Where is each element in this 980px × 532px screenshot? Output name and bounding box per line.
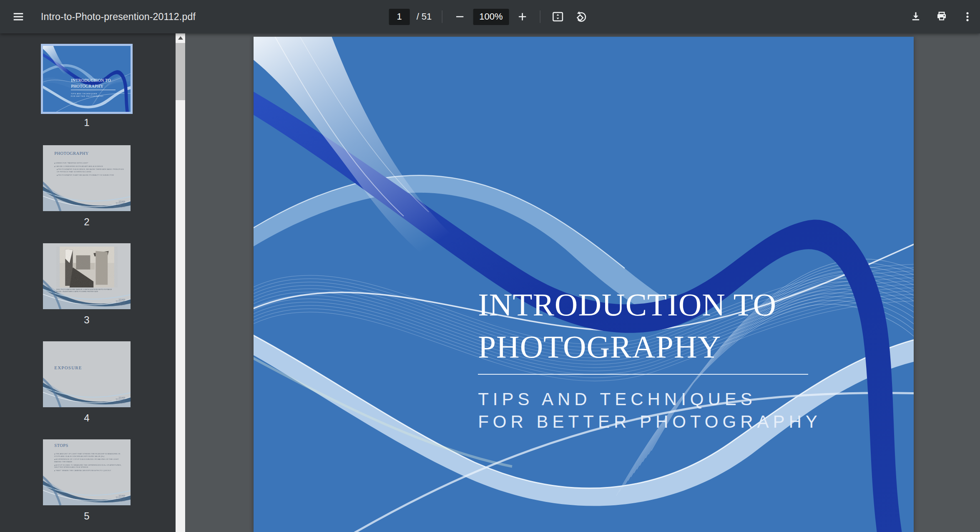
thumb5-corner-note: TIPS ANDTECHNIQUES FOR BETTERPHOTOGRAPHY [114, 494, 125, 502]
rotate-button[interactable] [571, 7, 591, 27]
menu-icon [12, 10, 25, 23]
zoom-in-icon [517, 11, 528, 22]
toolbar: Intro-to-Photo-presention-20112.pdf / 51 [0, 0, 980, 33]
zoom-out-icon [454, 11, 465, 22]
toolbar-center: / 51 [389, 7, 591, 27]
thumbnail-page-1[interactable]: INTRODUCTION TO PHOTOGRAPHY TIPS AND TEC… [41, 44, 133, 114]
document-viewport: INTRODUCTION TO PHOTOGRAPHY TIPS AND TEC… [185, 33, 980, 532]
scrollbar-up-arrow-icon [178, 36, 183, 40]
thumb2-corner-note: TIPS ANDTECHNIQUES FOR BETTERPHOTOGRAPHY [114, 200, 125, 208]
more-options-icon [962, 11, 973, 23]
rotate-counterclockwise-icon [575, 10, 587, 23]
thumbnail-page-4[interactable]: EXPOSURE TIPS ANDTECHNIQUES FOR BETTERPH… [43, 341, 131, 407]
menu-button[interactable] [8, 7, 28, 27]
thumbnail-label-1: 1 [43, 117, 131, 129]
more-options-button[interactable] [957, 7, 977, 27]
toolbar-left: Intro-to-Photo-presention-20112.pdf [0, 7, 196, 27]
sidebar-scrollbar-track[interactable] [176, 33, 185, 532]
thumbnail-page-2[interactable]: PHOTOGRAPHY GREEK FOR "PAINTING WITH LIG… [43, 145, 131, 211]
thumb1-title: INTRODUCTION TO PHOTOGRAPHY [71, 78, 111, 89]
content-area: INTRODUCTION TO PHOTOGRAPHY TIPS AND TEC… [0, 33, 980, 532]
slide-divider-line [478, 374, 808, 375]
thumb1-divider-line [71, 90, 116, 90]
fit-page-button[interactable] [548, 7, 568, 27]
zoom-level-input[interactable] [473, 9, 509, 25]
thumbnail-page-5[interactable]: STOPS THE AMOUNT OF LIGHT THAT STRIKES T… [43, 439, 131, 505]
thumbnail-label-4: 4 [43, 412, 131, 424]
download-icon [910, 10, 922, 23]
thumb3-caption: FIRST PHOTOGRAPH EVER TAKEN BY JOSEPH NI… [56, 289, 131, 292]
toolbar-right [906, 7, 977, 27]
thumbnail-page-3[interactable]: FIRST PHOTOGRAPH EVER TAKEN BY JOSEPH NI… [43, 243, 131, 309]
toolbar-divider [540, 10, 540, 23]
thumb2-bullets: GREEK FOR "PAINTING WITH LIGHT" CAN BE C… [54, 162, 124, 177]
toolbar-divider [442, 10, 442, 23]
thumb1-subtitle: TIPS AND TECHNIQUES FOR BETTER PHOTOGRAP… [71, 92, 131, 97]
page-count-label: / 51 [417, 11, 432, 22]
thumbnail-label-3: 3 [43, 314, 131, 326]
thumb4-heading: EXPOSURE [54, 365, 82, 370]
pdf-viewer-app: Intro-to-Photo-presention-20112.pdf / 51 [0, 0, 980, 532]
thumbnail-sidebar: INTRODUCTION TO PHOTOGRAPHY TIPS AND TEC… [0, 33, 185, 532]
page-number-input[interactable] [389, 9, 410, 25]
historic-photo [56, 247, 118, 287]
print-icon [935, 10, 948, 23]
thumb3-corner-note: TIPS ANDTECHNIQUES FOR BETTERPHOTOGRAPHY [114, 298, 125, 306]
thumbnail-label-5: 5 [43, 510, 131, 522]
zoom-in-button[interactable] [512, 7, 532, 27]
document-title: Intro-to-Photo-presention-20112.pdf [41, 11, 196, 23]
zoom-out-button[interactable] [450, 7, 470, 27]
slide-title: INTRODUCTION TO PHOTOGRAPHY [478, 284, 776, 368]
scrollbar-up-button[interactable] [176, 33, 185, 43]
print-button[interactable] [932, 7, 952, 27]
fit-page-icon [551, 10, 564, 23]
thumb5-bullets: THE AMOUNT OF LIGHT THAT STRIKES THE FIL… [54, 453, 124, 472]
download-button[interactable] [906, 7, 926, 27]
thumb4-corner-note: TIPS ANDTECHNIQUES FOR BETTERPHOTOGRAPHY [114, 396, 125, 404]
thumbnail-label-2: 2 [43, 216, 131, 228]
thumb2-heading: PHOTOGRAPHY [54, 151, 88, 156]
thumb5-heading: STOPS [54, 443, 68, 448]
slide-subtitle: TIPS AND TECHNIQUES FOR BETTER PHOTOGRAP… [478, 388, 822, 434]
pdf-page-1: INTRODUCTION TO PHOTOGRAPHY TIPS AND TEC… [254, 37, 914, 532]
sidebar-scrollbar-thumb[interactable] [176, 43, 185, 100]
